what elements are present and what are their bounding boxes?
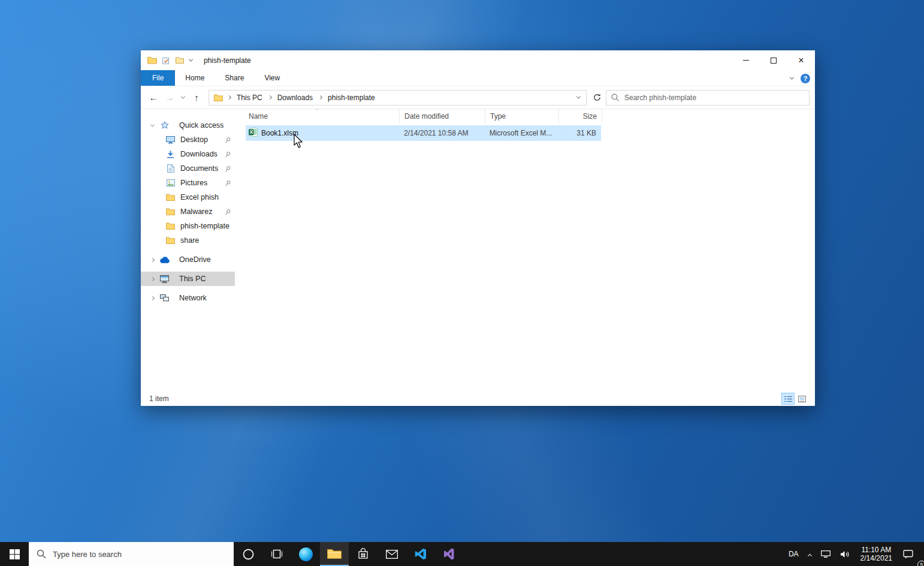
navigation-pane: Quick access Desktop Downloads xyxy=(141,109,235,392)
volume-icon[interactable] xyxy=(836,542,854,566)
maximize-button[interactable] xyxy=(760,50,787,70)
file-date-modified: 2/14/2021 10:58 AM xyxy=(399,125,485,141)
tab-view[interactable]: View xyxy=(254,70,290,86)
edge-button[interactable] xyxy=(291,542,320,566)
refresh-button[interactable] xyxy=(590,90,604,106)
qat-properties-icon[interactable] xyxy=(162,57,170,64)
task-view-icon xyxy=(270,549,283,559)
sidebar-item-label: Pictures xyxy=(180,179,207,187)
taskbar-search-input[interactable] xyxy=(53,550,226,559)
desktop-background: phish-template × File Home Share View ? … xyxy=(0,0,924,566)
sidebar-item-label: Network xyxy=(179,294,207,302)
sidebar-item-malwarez[interactable]: Malwarez xyxy=(141,204,235,219)
search-input[interactable] xyxy=(624,94,804,102)
taskbar-search-box[interactable] xyxy=(29,542,234,566)
sidebar-item-label: share xyxy=(180,236,199,245)
notification-icon xyxy=(903,550,913,559)
sidebar-item-label: phish-template xyxy=(180,222,230,230)
sidebar-network[interactable]: Network xyxy=(141,291,235,305)
address-bar[interactable]: This PC Downloads phish-template xyxy=(209,90,587,106)
tab-share[interactable]: Share xyxy=(215,70,254,86)
sidebar-item-label: Malwarez xyxy=(180,207,213,216)
pin-icon xyxy=(225,180,231,188)
column-label: Size xyxy=(583,112,597,121)
pin-icon xyxy=(225,137,231,145)
clock-date: 2/14/2021 xyxy=(860,554,892,562)
sidebar-item-excel-phish[interactable]: Excel phish xyxy=(141,190,235,204)
show-hidden-icons-chevron-icon[interactable] xyxy=(804,542,816,566)
sort-ascending-icon: ^ xyxy=(316,109,318,113)
documents-icon xyxy=(165,164,176,173)
close-button[interactable]: × xyxy=(787,50,815,70)
column-header-size[interactable]: Size xyxy=(559,109,602,124)
sidebar-onedrive[interactable]: OneDrive xyxy=(141,252,235,267)
microsoft-store-button[interactable] xyxy=(349,542,378,566)
sidebar-item-label: Desktop xyxy=(180,136,208,144)
breadcrumb-phish-template[interactable]: phish-template xyxy=(322,91,381,105)
task-view-button[interactable] xyxy=(262,542,291,566)
sidebar-quick-access[interactable]: Quick access xyxy=(141,118,235,133)
taskbar-clock[interactable]: 11:10 AM 2/14/2021 xyxy=(855,542,898,566)
minimize-button[interactable] xyxy=(732,50,760,70)
cortana-icon xyxy=(242,548,255,561)
tab-file[interactable]: File xyxy=(141,70,175,86)
address-dropdown-chevron-icon[interactable] xyxy=(571,91,586,105)
sidebar-item-label: This PC xyxy=(179,275,206,283)
vscode-button[interactable] xyxy=(406,542,435,566)
desktop-icon xyxy=(165,136,176,144)
expand-chevron-icon[interactable] xyxy=(150,122,155,127)
file-explorer-button[interactable] xyxy=(320,542,349,566)
excel-file-icon: X xyxy=(249,128,258,139)
column-headers: ^ Name Date modified Type Size xyxy=(235,109,815,124)
breadcrumb-this-pc[interactable]: This PC xyxy=(231,91,268,105)
expand-ribbon-chevron-icon[interactable] xyxy=(790,76,794,80)
folder-icon xyxy=(165,194,176,201)
sidebar-this-pc[interactable]: This PC xyxy=(141,272,235,286)
mail-button[interactable] xyxy=(378,542,406,566)
back-button[interactable]: ← xyxy=(146,90,161,106)
qat-customize-chevron-icon[interactable] xyxy=(189,58,193,62)
sidebar-item-share[interactable]: share xyxy=(141,233,235,248)
collapse-chevron-icon[interactable] xyxy=(150,296,155,300)
up-button[interactable]: ↑ xyxy=(189,90,204,106)
collapse-chevron-icon[interactable] xyxy=(150,257,155,261)
titlebar[interactable]: phish-template × xyxy=(141,50,815,70)
qat-new-folder-icon[interactable] xyxy=(176,57,184,64)
sidebar-item-phish-template[interactable]: phish-template xyxy=(141,219,235,233)
sidebar-item-documents[interactable]: Documents xyxy=(141,161,235,176)
file-size: 31 KB xyxy=(558,125,601,141)
pin-icon xyxy=(225,165,231,174)
help-icon[interactable]: ? xyxy=(801,74,810,83)
breadcrumb-downloads[interactable]: Downloads xyxy=(272,91,318,105)
visual-studio-button[interactable] xyxy=(435,542,464,566)
sidebar-item-desktop[interactable]: Desktop xyxy=(141,133,235,147)
ribbon-tab-bar: File Home Share View ? xyxy=(141,70,815,86)
collapse-chevron-icon[interactable] xyxy=(150,276,155,281)
language-indicator[interactable]: DA xyxy=(784,542,803,566)
pictures-icon xyxy=(165,179,176,186)
address-folder-icon xyxy=(209,94,227,101)
sidebar-item-pictures[interactable]: Pictures xyxy=(141,176,235,190)
forward-button[interactable]: → xyxy=(162,90,177,106)
action-center-button[interactable]: 5 xyxy=(899,542,922,566)
recent-locations-chevron-icon[interactable] xyxy=(179,90,188,106)
search-box[interactable] xyxy=(606,90,810,106)
search-icon xyxy=(611,94,619,101)
sidebar-item-downloads[interactable]: Downloads xyxy=(141,147,235,161)
start-button[interactable] xyxy=(0,542,29,566)
cortana-button[interactable] xyxy=(234,542,262,566)
visual-studio-icon xyxy=(443,548,455,560)
breadcrumb-separator-icon xyxy=(227,96,231,99)
store-icon xyxy=(357,548,369,560)
column-header-type[interactable]: Type xyxy=(485,109,559,124)
file-row-book1-xlsm[interactable]: X Book1.xlsm 2/14/2021 10:58 AM Microsof… xyxy=(246,125,601,141)
taskbar: DA 11:10 AM 2/14/2021 5 xyxy=(0,542,924,566)
navigation-bar: ← → ↑ This PC Downloads phish-template xyxy=(141,86,815,109)
column-header-name[interactable]: ^ Name xyxy=(235,109,400,124)
network-status-icon[interactable] xyxy=(817,542,835,566)
details-view-button[interactable] xyxy=(782,393,794,404)
tab-home[interactable]: Home xyxy=(175,70,215,86)
search-icon xyxy=(37,549,46,559)
column-header-date-modified[interactable]: Date modified xyxy=(400,109,485,124)
large-icons-view-button[interactable] xyxy=(796,393,808,404)
